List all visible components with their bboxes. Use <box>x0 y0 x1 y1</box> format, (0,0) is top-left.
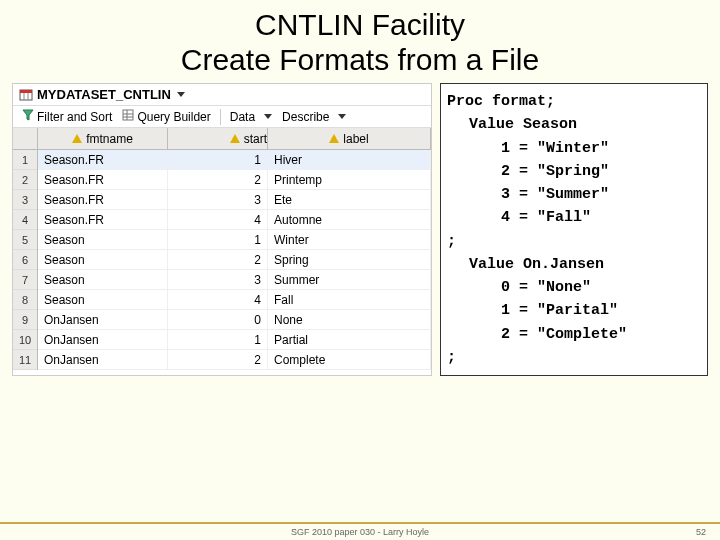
cell-label: Summer <box>268 270 431 289</box>
code-line: Value On.Jansen <box>447 253 701 276</box>
row-number[interactable]: 3 <box>13 190 37 210</box>
table-row[interactable]: Season1Winter <box>38 230 431 250</box>
cell-label: Spring <box>268 250 431 269</box>
filter-sort-label: Filter and Sort <box>37 110 112 124</box>
cell-label: Hiver <box>268 150 431 169</box>
filter-sort-button[interactable]: Filter and Sort <box>19 108 115 125</box>
cell-fmtname: Season.FR <box>38 190 168 209</box>
warning-icon <box>329 134 339 143</box>
code-line: Value Season <box>447 113 701 136</box>
row-number[interactable]: 10 <box>13 330 37 350</box>
table-row[interactable]: Season2Spring <box>38 250 431 270</box>
title-line-1: CNTLIN Facility <box>255 8 465 41</box>
row-number[interactable]: 6 <box>13 250 37 270</box>
cell-fmtname: Season <box>38 290 168 309</box>
cell-fmtname: Season <box>38 270 168 289</box>
cell-label: Automne <box>268 210 431 229</box>
table-row[interactable]: OnJansen1Partial <box>38 330 431 350</box>
cell-fmtname: OnJansen <box>38 310 168 329</box>
code-line: 1 = "Winter" <box>447 137 701 160</box>
table-row[interactable]: Season.FR1Hiver <box>38 150 431 170</box>
cell-fmtname: OnJansen <box>38 350 168 369</box>
cell-start: 4 <box>168 210 268 229</box>
row-number-header <box>13 128 37 150</box>
chevron-down-icon[interactable] <box>177 92 185 97</box>
row-number[interactable]: 1 <box>13 150 37 170</box>
code-panel: Proc format; Value Season 1 = "Winter" 2… <box>440 83 708 376</box>
row-number[interactable]: 4 <box>13 210 37 230</box>
cell-start: 0 <box>168 310 268 329</box>
cell-start: 2 <box>168 350 268 369</box>
cell-fmtname: Season <box>38 230 168 249</box>
column-header-label[interactable]: label <box>268 128 431 149</box>
table-row[interactable]: OnJansen2Complete <box>38 350 431 370</box>
row-number[interactable]: 7 <box>13 270 37 290</box>
code-line: Proc format; <box>447 90 701 113</box>
data-grid-panel: MYDATASET_CNTLIN Filter and Sort Query B… <box>12 83 432 376</box>
col-label-label: label <box>343 132 368 146</box>
filter-icon <box>22 109 34 124</box>
column-header-start[interactable]: start <box>168 128 268 149</box>
row-number[interactable]: 2 <box>13 170 37 190</box>
row-number[interactable]: 8 <box>13 290 37 310</box>
cell-fmtname: Season <box>38 250 168 269</box>
col-fmtname-label: fmtname <box>86 132 133 146</box>
table-icon <box>19 88 33 102</box>
cell-start: 1 <box>168 330 268 349</box>
svg-rect-1 <box>20 90 32 93</box>
cell-start: 1 <box>168 150 268 169</box>
table-row[interactable]: Season.FR2Printemp <box>38 170 431 190</box>
table-row[interactable]: OnJansen0None <box>38 310 431 330</box>
table-row[interactable]: Season4Fall <box>38 290 431 310</box>
toolbar-divider <box>220 109 221 125</box>
warning-icon <box>72 134 82 143</box>
dataset-header[interactable]: MYDATASET_CNTLIN <box>13 84 431 106</box>
warning-icon <box>230 134 240 143</box>
chevron-down-icon <box>264 114 272 119</box>
row-number[interactable]: 11 <box>13 350 37 370</box>
code-line: 1 = "Parital" <box>447 299 701 322</box>
row-number[interactable]: 9 <box>13 310 37 330</box>
query-builder-button[interactable]: Query Builder <box>119 108 213 125</box>
cell-label: Winter <box>268 230 431 249</box>
cell-label: Partial <box>268 330 431 349</box>
query-builder-label: Query Builder <box>137 110 210 124</box>
grid-toolbar: Filter and Sort Query Builder Data Descr… <box>13 106 431 128</box>
table-row[interactable]: Season.FR4Automne <box>38 210 431 230</box>
data-grid: fmtname start label Season.FR1HiverSeaso… <box>38 128 431 370</box>
title-line-2: Create Formats from a File <box>181 43 539 76</box>
cell-fmtname: Season.FR <box>38 210 168 229</box>
describe-menu-label: Describe <box>282 110 329 124</box>
code-line: 3 = "Summer" <box>447 183 701 206</box>
code-line: 2 = "Complete" <box>447 323 701 346</box>
cell-label: None <box>268 310 431 329</box>
code-line: ; <box>447 230 701 253</box>
data-menu[interactable]: Data <box>227 109 275 125</box>
chevron-down-icon <box>338 114 346 119</box>
table-row[interactable]: Season3Summer <box>38 270 431 290</box>
cell-fmtname: OnJansen <box>38 330 168 349</box>
cell-start: 2 <box>168 170 268 189</box>
cell-label: Printemp <box>268 170 431 189</box>
footer-page-number: 52 <box>676 527 706 537</box>
slide-footer: SGF 2010 paper 030 - Larry Hoyle 52 <box>0 527 720 537</box>
table-row[interactable]: Season.FR3Ete <box>38 190 431 210</box>
svg-rect-4 <box>123 110 133 120</box>
cell-start: 2 <box>168 250 268 269</box>
cell-start: 3 <box>168 270 268 289</box>
cell-fmtname: Season.FR <box>38 150 168 169</box>
grid-icon <box>122 109 134 124</box>
cell-label: Ete <box>268 190 431 209</box>
data-menu-label: Data <box>230 110 255 124</box>
grid-header-row: fmtname start label <box>38 128 431 150</box>
footer-credit: SGF 2010 paper 030 - Larry Hoyle <box>44 527 676 537</box>
cell-label: Complete <box>268 350 431 369</box>
cell-fmtname: Season.FR <box>38 170 168 189</box>
dataset-name: MYDATASET_CNTLIN <box>37 87 171 102</box>
column-header-fmtname[interactable]: fmtname <box>38 128 168 149</box>
accent-bar <box>0 522 720 524</box>
grid-body: Season.FR1HiverSeason.FR2PrintempSeason.… <box>38 150 431 370</box>
code-line: 2 = "Spring" <box>447 160 701 183</box>
row-number[interactable]: 5 <box>13 230 37 250</box>
describe-menu[interactable]: Describe <box>279 109 349 125</box>
